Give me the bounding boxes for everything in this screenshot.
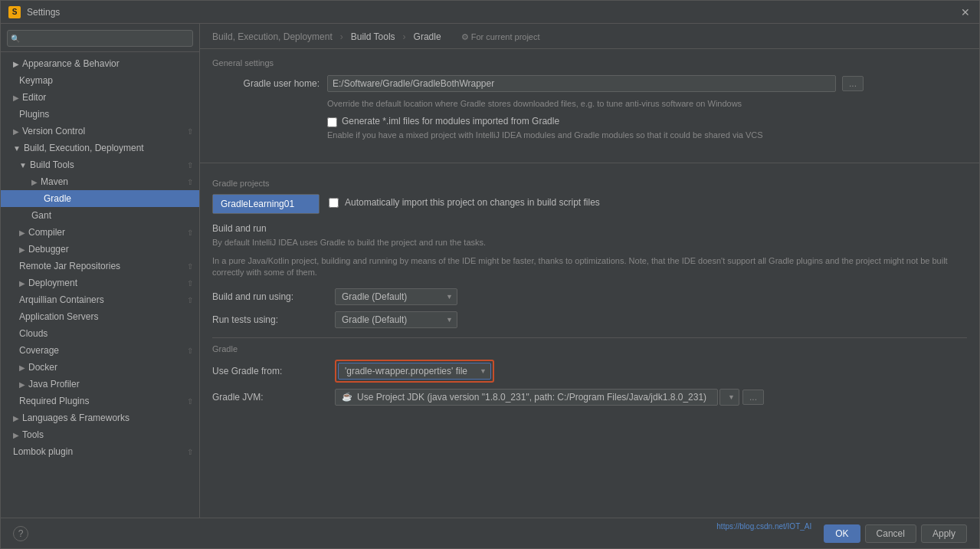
sidebar-item-gant[interactable]: Gant xyxy=(1,207,199,224)
arrow-icon: ▼ xyxy=(19,161,27,169)
gradle-user-home-hint: Override the default location where Grad… xyxy=(327,98,967,110)
auto-import-label: Automatically import this project on cha… xyxy=(345,197,600,208)
gradle-projects-area: GradleLearning01 Automatically import th… xyxy=(212,194,967,214)
sidebar-item-required-plugins[interactable]: Required Plugins ⇧ xyxy=(1,393,199,409)
sidebar-item-appearance-behavior[interactable]: ▶ Appearance & Behavior xyxy=(1,55,199,72)
gradle-user-home-browse-button[interactable]: ... xyxy=(842,76,864,91)
project-list-item[interactable]: GradleLearning01 xyxy=(213,195,319,213)
arrow-icon: ▶ xyxy=(13,127,19,136)
gradle-projects-section: Gradle projects GradleLearning01 Automat… xyxy=(200,169,979,420)
titlebar: S Settings ✕ xyxy=(1,1,979,24)
apply-button[interactable]: Apply xyxy=(921,524,967,543)
sidebar-item-label: Languages & Frameworks xyxy=(22,413,129,423)
run-tests-row: Run tests using: Gradle (Default) xyxy=(212,311,967,328)
sidebar-item-label: Maven xyxy=(41,176,68,187)
sidebar-item-maven[interactable]: ▶ Maven ⇧ xyxy=(1,173,199,190)
build-using-label: Build and run using: xyxy=(212,291,335,302)
footer-right: OK Cancel Apply xyxy=(824,524,967,543)
search-input[interactable] xyxy=(7,30,193,47)
build-run-title: Build and run xyxy=(212,223,967,234)
close-button[interactable]: ✕ xyxy=(959,6,972,18)
sidebar-item-coverage[interactable]: Coverage ⇧ xyxy=(1,342,199,359)
search-box xyxy=(1,24,199,52)
run-tests-label: Run tests using: xyxy=(212,314,335,325)
jvm-browse-button[interactable]: ... xyxy=(742,390,764,405)
jvm-detail-text: (java version "1.8.0_231", path: C:/Prog… xyxy=(427,392,706,403)
sidebar-item-remote-jar[interactable]: Remote Jar Repositories ⇧ xyxy=(1,258,199,274)
app-icon: S xyxy=(8,6,21,18)
sidebar-item-label: Editor xyxy=(22,92,46,103)
help-button[interactable]: ? xyxy=(13,526,28,541)
auto-import-checkbox[interactable] xyxy=(329,198,339,208)
sidebar-item-app-servers[interactable]: Application Servers xyxy=(1,308,199,325)
sidebar-item-label: Arquillian Containers xyxy=(19,294,104,305)
for-current-project: ⚙ For current project xyxy=(461,32,540,42)
sidebar-item-docker[interactable]: ▶ Docker xyxy=(1,359,199,376)
sidebar-item-debugger[interactable]: ▶ Debugger xyxy=(1,241,199,258)
generate-iml-label: Generate *.iml files for modules importe… xyxy=(342,116,559,127)
sidebar-item-label: Gradle xyxy=(44,193,71,204)
ok-button[interactable]: OK xyxy=(824,524,860,543)
sidebar-item-gradle[interactable]: Gradle xyxy=(1,190,199,207)
share-icon: ⇧ xyxy=(187,262,193,271)
main-content: ▶ Appearance & Behavior Keymap ▶ Editor … xyxy=(1,24,979,518)
arrow-icon: ▶ xyxy=(19,245,25,254)
breadcrumb-arrow1: › xyxy=(340,31,343,42)
sidebar-item-label: Remote Jar Repositories xyxy=(19,261,120,271)
cancel-button[interactable]: Cancel xyxy=(865,524,916,543)
sidebar-item-compiler[interactable]: ▶ Compiler ⇧ xyxy=(1,224,199,241)
build-using-select[interactable]: Gradle (Default) xyxy=(335,288,457,305)
gradle-jvm-label: Gradle JVM: xyxy=(212,392,335,403)
arrow-icon: ▶ xyxy=(19,279,25,288)
run-tests-select[interactable]: Gradle (Default) xyxy=(335,311,457,328)
share-icon: ⇧ xyxy=(187,347,193,355)
sidebar-item-plugins[interactable]: Plugins xyxy=(1,106,199,123)
gradle-user-home-input[interactable] xyxy=(327,75,836,92)
build-run-section: Build and run By default IntelliJ IDEA u… xyxy=(212,223,967,327)
breadcrumb-part2: Build Tools xyxy=(351,31,395,42)
sidebar-item-arquillian[interactable]: Arquillian Containers ⇧ xyxy=(1,291,199,308)
jvm-dropdown-select[interactable] xyxy=(719,389,739,406)
share-icon: ⇧ xyxy=(187,397,193,406)
share-icon: ⇧ xyxy=(187,228,193,237)
gradle-user-home-label: Gradle user home: xyxy=(212,78,320,89)
jdk-icon: ☕ xyxy=(342,392,352,402)
sidebar-item-label: Lombok plugin xyxy=(13,446,73,457)
sidebar-item-lombok[interactable]: Lombok plugin ⇧ xyxy=(1,443,199,460)
arrow-icon: ▶ xyxy=(19,228,25,237)
sidebar-item-label: Tools xyxy=(22,429,44,440)
build-run-desc1: By default IntelliJ IDEA uses Gradle to … xyxy=(212,237,967,248)
generate-iml-row: Generate *.iml files for modules importe… xyxy=(327,116,967,127)
gradle-user-home-input-wrapper: ... xyxy=(327,75,864,92)
jvm-dropdown-wrapper xyxy=(719,389,739,406)
sidebar: ▶ Appearance & Behavior Keymap ▶ Editor … xyxy=(1,24,200,518)
sidebar-item-editor[interactable]: ▶ Editor xyxy=(1,89,199,106)
sidebar-item-label: Deployment xyxy=(28,278,77,288)
sidebar-item-clouds[interactable]: Clouds xyxy=(1,325,199,342)
footer: ? https://blog.csdn.net/IOT_AI OK Cancel… xyxy=(1,518,979,548)
arrow-icon: ▶ xyxy=(13,94,19,102)
sidebar-item-label: Debugger xyxy=(28,244,69,255)
general-settings-section: General settings Gradle user home: ... O… xyxy=(200,49,979,156)
sidebar-item-label: Appearance & Behavior xyxy=(22,58,120,69)
use-gradle-label: Use Gradle from: xyxy=(212,366,335,376)
content-header: Build, Execution, Deployment › Build Too… xyxy=(200,24,979,49)
build-using-row: Build and run using: Gradle (Default) xyxy=(212,288,967,305)
sidebar-item-tools[interactable]: ▶ Tools xyxy=(1,426,199,443)
share-icon: ⇧ xyxy=(187,178,193,186)
gradle-user-home-row: Gradle user home: ... xyxy=(212,75,967,92)
sidebar-item-build-execution[interactable]: ▼ Build, Execution, Deployment xyxy=(1,140,199,156)
build-run-desc2: In a pure Java/Kotlin project, building … xyxy=(212,255,967,279)
arrow-icon: ▼ xyxy=(13,144,21,153)
generate-iml-checkbox[interactable] xyxy=(327,117,337,127)
sidebar-item-java-profiler[interactable]: ▶ Java Profiler xyxy=(1,376,199,393)
use-gradle-select[interactable]: 'gradle-wrapper.properties' file xyxy=(338,363,491,380)
sidebar-item-keymap[interactable]: Keymap xyxy=(1,72,199,89)
run-tests-select-wrapper: Gradle (Default) xyxy=(335,311,457,328)
share-icon: ⇧ xyxy=(187,296,193,304)
sidebar-item-languages[interactable]: ▶ Languages & Frameworks xyxy=(1,409,199,426)
sidebar-item-deployment[interactable]: ▶ Deployment ⇧ xyxy=(1,274,199,291)
sidebar-item-version-control[interactable]: ▶ Version Control ⇧ xyxy=(1,123,199,140)
sidebar-item-build-tools[interactable]: ▼ Build Tools ⇧ xyxy=(1,156,199,173)
sidebar-item-label: Docker xyxy=(28,362,57,373)
